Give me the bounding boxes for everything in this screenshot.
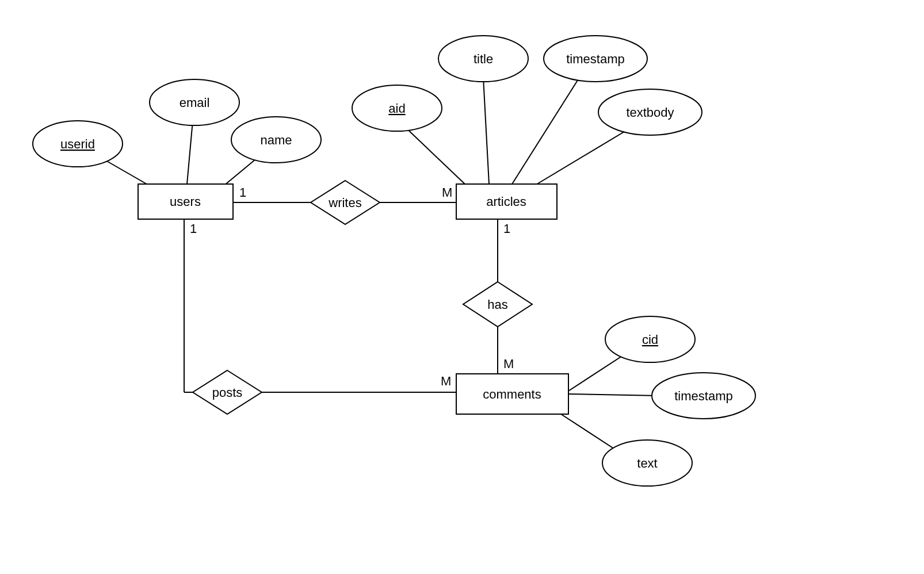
entity-articles: articles bbox=[456, 184, 557, 219]
cardinality-users-posts: 1 bbox=[190, 221, 197, 236]
svg-line-8 bbox=[567, 394, 659, 396]
relationship-posts: posts bbox=[193, 370, 262, 414]
attribute-text: text bbox=[602, 440, 692, 486]
svg-line-7 bbox=[564, 351, 630, 394]
attribute-timestamp-article: timestamp bbox=[544, 36, 647, 82]
entity-articles-label: articles bbox=[486, 194, 526, 209]
entity-users-label: users bbox=[170, 194, 201, 209]
relationship-writes-label: writes bbox=[328, 196, 361, 210]
attribute-text-label: text bbox=[637, 456, 657, 470]
svg-line-1 bbox=[187, 121, 193, 184]
svg-line-3 bbox=[403, 125, 465, 184]
er-diagram: 1 M 1 M 1 M users articles comments writ… bbox=[0, 0, 924, 574]
attribute-textbody-label: textbody bbox=[626, 105, 674, 120]
attribute-aid: aid bbox=[352, 85, 442, 131]
attribute-name: name bbox=[231, 117, 321, 163]
svg-line-6 bbox=[535, 127, 633, 185]
attribute-title-label: title bbox=[474, 52, 493, 66]
relationship-writes: writes bbox=[311, 181, 380, 224]
attribute-aid-label: aid bbox=[388, 101, 405, 116]
attribute-timestamp-comment: timestamp bbox=[652, 373, 755, 419]
relationship-has-label: has bbox=[487, 297, 507, 312]
attribute-name-label: name bbox=[260, 133, 292, 147]
attribute-userid-label: userid bbox=[60, 137, 95, 151]
attribute-timestamp-comment-label: timestamp bbox=[674, 389, 732, 403]
entity-users: users bbox=[138, 184, 233, 219]
relationship-posts-label: posts bbox=[212, 385, 243, 400]
attribute-cid-label: cid bbox=[642, 332, 658, 347]
entity-comments: comments bbox=[456, 374, 568, 414]
cardinality-posts-comments: M bbox=[441, 374, 451, 388]
cardinality-has-comments: M bbox=[503, 357, 514, 371]
attribute-cid: cid bbox=[605, 316, 695, 362]
cardinality-users-writes: 1 bbox=[239, 185, 246, 200]
svg-line-5 bbox=[512, 75, 581, 184]
attribute-userid: userid bbox=[33, 121, 123, 167]
attribute-title: title bbox=[438, 36, 528, 82]
svg-line-4 bbox=[483, 78, 489, 184]
attribute-timestamp-article-label: timestamp bbox=[566, 52, 624, 66]
cardinality-articles-has: 1 bbox=[503, 221, 510, 236]
attribute-email: email bbox=[150, 79, 239, 125]
entity-comments-label: comments bbox=[483, 387, 541, 401]
relationship-connectors bbox=[184, 202, 498, 392]
relationship-has: has bbox=[463, 282, 532, 327]
attribute-textbody: textbody bbox=[598, 89, 702, 135]
attribute-email-label: email bbox=[180, 95, 210, 110]
cardinality-writes-articles: M bbox=[442, 185, 452, 200]
